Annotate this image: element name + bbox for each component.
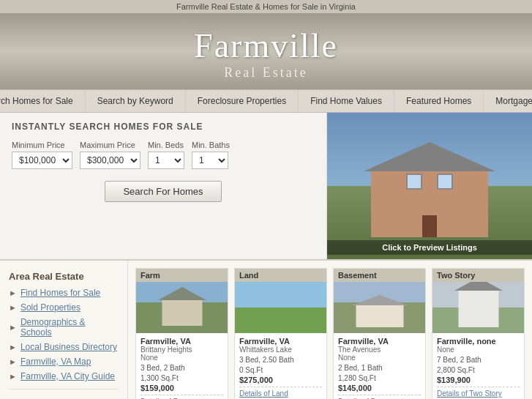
city-name: Farmville [0, 26, 532, 65]
listing-location: Farmville, VA [239, 337, 322, 346]
listing-info: Farmville, VABrittany HeightsNone3 Bed, … [136, 333, 228, 399]
chevron-right-icon: ► [9, 288, 17, 297]
min-price-select[interactable]: $50,000$75,000$100,000$150,000$200,000$2… [12, 152, 72, 169]
nav-item[interactable]: Search Homes for Sale [0, 90, 86, 112]
sidebar-link-item: ►Find Homes for Sale [9, 288, 119, 298]
nav-item[interactable]: Foreclosure Properties [186, 90, 299, 112]
min-beds-select[interactable]: 12345 [148, 152, 184, 169]
bottom-section: Area Real Estate ►Find Homes for Sale►So… [0, 259, 532, 399]
sidebar-link-item: ►Local Business Directory [9, 342, 119, 352]
listing-specs: 3 Bed, 2 Bath1,300 Sq.Ft [141, 363, 223, 384]
nav-item[interactable]: Find Home Values [299, 90, 394, 112]
listing-community: None [338, 354, 421, 362]
listing-type-bar: Two Story [432, 269, 524, 282]
chevron-right-icon: ► [9, 372, 17, 381]
listing-image[interactable] [432, 282, 524, 333]
search-heading: INSTANTLY SEARCH HOMES FOR SALE [12, 122, 315, 132]
listing-neighborhood: Whittakers Lake [239, 346, 322, 354]
chevron-right-icon: ► [9, 343, 17, 351]
search-panel: INSTANTLY SEARCH HOMES FOR SALE Minimum … [0, 113, 327, 259]
house-scene [327, 113, 532, 259]
house-window-right [437, 174, 453, 190]
sidebar-link-item: ►Farmville, VA Map [9, 357, 119, 367]
listing-location: Farmville, none [437, 337, 520, 346]
header: Farmville Real Estate [0, 13, 532, 89]
listing-location: Farmville, VA [338, 337, 421, 346]
listing-type-bar: Basement [334, 269, 425, 282]
sidebar-link[interactable]: Find Homes for Sale [20, 288, 100, 298]
listing-price: $145,000 [338, 384, 421, 392]
header-subtitle: Real Estate [0, 65, 532, 81]
max-price-select[interactable]: $100,000$150,000$200,000$250,000$300,000… [80, 152, 141, 169]
listing-card: LandFarmville, VAWhittakers Lake3 Bed, 2… [234, 268, 327, 399]
listing-specs: 2 Bed, 1 Bath1,280 Sq.Ft [338, 363, 421, 384]
house-windows [406, 174, 453, 190]
listing-image[interactable] [136, 282, 228, 333]
listing-type-bar: Farm [136, 269, 228, 282]
listing-info: Farmville, VAThe AvenuesNone2 Bed, 1 Bat… [334, 333, 425, 399]
listing-specs: 3 Bed, 2.50 Bath0 Sq.Ft [239, 355, 322, 376]
listing-card: BasementFarmville, VAThe AvenuesNone2 Be… [333, 268, 426, 399]
house-roof [364, 142, 495, 171]
sidebar-link[interactable]: Sold Properties [20, 302, 80, 313]
nav: Search Homes for SaleSearch by KeywordFo… [0, 89, 532, 113]
main-area: INSTANTLY SEARCH HOMES FOR SALE Minimum … [0, 113, 532, 259]
sidebar-link[interactable]: Farmville, VA City Guide [20, 371, 115, 381]
sidebar-link-item: ►Sold Properties [9, 302, 119, 313]
house-door [422, 215, 437, 237]
listing-image[interactable] [235, 282, 326, 333]
listing-info: Farmville, noneNone7 Bed, 2 Bath2,800 Sq… [432, 333, 524, 399]
min-beds-label: Min. Beds [148, 141, 184, 149]
min-beds-field: Min. Beds 12345 [148, 141, 184, 169]
chevron-right-icon: ► [9, 323, 17, 332]
min-baths-label: Min. Baths [192, 141, 230, 149]
nav-item[interactable]: Search by Keyword [86, 90, 186, 112]
nav-item[interactable]: Featured Homes [394, 90, 484, 112]
chevron-right-icon: ► [9, 303, 17, 312]
listing-price: $139,900 [437, 376, 520, 384]
sidebar-link-item: ►Farmville, VA City Guide [9, 371, 119, 381]
nav-item[interactable]: Mortgage Info [484, 90, 532, 112]
listing-detail-link[interactable]: Details of Basement [338, 395, 421, 399]
sidebar-section1-title: Area Real Estate [9, 271, 119, 282]
listing-location: Farmville, VA [141, 337, 223, 346]
search-form-row: Minimum Price $50,000$75,000$100,000$150… [12, 141, 315, 169]
min-price-label: Minimum Price [12, 141, 72, 149]
listing-info: Farmville, VAWhittakers Lake3 Bed, 2.50 … [235, 333, 326, 399]
house-window-left [406, 174, 422, 190]
listing-image[interactable] [334, 282, 425, 333]
listing-neighborhood: The Avenues [338, 346, 421, 354]
listing-community: None [141, 354, 223, 362]
min-price-field: Minimum Price $50,000$75,000$100,000$150… [12, 141, 72, 169]
sidebar-link[interactable]: Demographics & Schools [20, 317, 119, 338]
sidebar-link[interactable]: Local Business Directory [20, 342, 117, 352]
preview-overlay[interactable]: Click to Preview Listings [327, 240, 532, 255]
min-baths-field: Min. Baths 1234 [192, 141, 230, 169]
chevron-right-icon: ► [9, 357, 17, 366]
sidebar: Area Real Estate ►Find Homes for Sale►So… [0, 261, 128, 399]
listing-card: FarmFarmville, VABrittany HeightsNone3 B… [135, 268, 228, 399]
top-bar-title: Farmville Real Estate & Homes for Sale i… [176, 2, 356, 11]
listing-price: $159,000 [141, 384, 223, 392]
listing-neighborhood: None [437, 346, 520, 354]
sidebar-link-item: ►Demographics & Schools [9, 317, 119, 338]
sidebar-link[interactable]: Farmville, VA Map [20, 357, 91, 367]
preview-image-panel[interactable]: Click to Preview Listings [327, 113, 532, 259]
listing-specs: 7 Bed, 2 Bath2,800 Sq.Ft [437, 355, 520, 376]
listing-price: $275,000 [239, 376, 322, 384]
top-bar: Farmville Real Estate & Homes for Sale i… [0, 0, 532, 13]
min-baths-select[interactable]: 1234 [192, 152, 228, 169]
sidebar-links-area-real-estate: ►Find Homes for Sale►Sold Properties►Dem… [9, 288, 119, 381]
sidebar-divider [9, 389, 119, 389]
search-button[interactable]: Search For Homes [105, 181, 221, 202]
listing-detail-link[interactable]: Details of Two Story [437, 387, 520, 398]
listings-grid: FarmFarmville, VABrittany HeightsNone3 B… [128, 261, 532, 399]
max-price-label: Maximum Price [80, 141, 141, 149]
listing-neighborhood: Brittany Heights [141, 346, 223, 354]
listing-detail-link[interactable]: Details of Land [239, 387, 322, 398]
listing-card: Two StoryFarmville, noneNone7 Bed, 2 Bat… [432, 268, 525, 399]
max-price-field: Maximum Price $100,000$150,000$200,000$2… [80, 141, 141, 169]
listing-type-bar: Land [235, 269, 326, 282]
search-button-row: Search For Homes [12, 181, 315, 202]
listing-detail-link[interactable]: Details of Farm [141, 395, 223, 399]
